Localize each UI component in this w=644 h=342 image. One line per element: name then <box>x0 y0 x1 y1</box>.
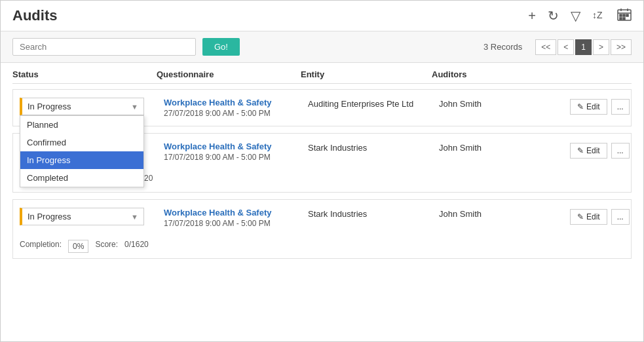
col-actions <box>563 69 632 79</box>
completion-label: Completion: <box>20 240 62 253</box>
col-status: Status <box>12 69 157 79</box>
row-actions: ✎ Edit ... <box>570 208 630 225</box>
svg-rect-8 <box>620 18 622 20</box>
more-button[interactable]: ... <box>611 209 630 225</box>
svg-rect-6 <box>623 14 625 16</box>
col-entity: Entity <box>301 69 432 79</box>
page-title: Audits <box>12 7 57 24</box>
auditor-name: John Smith <box>439 98 570 109</box>
score-label: Score: <box>95 240 118 253</box>
row-main: In Progress ▼ Workplace Health & Safety … <box>13 200 631 236</box>
next-page-button[interactable]: > <box>593 39 609 55</box>
questionnaire-cell: Workplace Health & Safety 17/07/2018 9:0… <box>164 142 308 162</box>
toolbar: Go! 3 Records << < 1 > >> <box>1 31 643 63</box>
current-page-button[interactable]: 1 <box>575 39 592 55</box>
entity-name: Auditing Enterprises Pte Ltd <box>308 98 439 109</box>
completion-bar: Completion: 0% Score: 0/1620 <box>13 236 631 258</box>
questionnaire-date: 17/07/2018 9:00 AM - 5:00 PM <box>164 219 308 228</box>
dropdown-item-planned[interactable]: Planned <box>20 116 143 134</box>
table-area: Status Questionnaire Entity Auditors In … <box>1 63 643 277</box>
search-input[interactable] <box>12 38 196 56</box>
completion-pct: 0% <box>68 240 88 253</box>
score-value: 0/1620 <box>124 240 149 253</box>
pagination: << < 1 > >> <box>535 39 632 55</box>
more-button[interactable]: ... <box>611 99 630 115</box>
edit-label: Edit <box>586 102 600 111</box>
sort-icon[interactable]: ↕Z <box>592 8 605 24</box>
svg-rect-7 <box>626 14 628 16</box>
status-select[interactable]: In Progress ▼ <box>20 98 144 115</box>
status-value: In Progress <box>28 102 71 111</box>
prev-page-button[interactable]: < <box>558 39 574 55</box>
row-actions: ✎ Edit ... <box>570 98 630 115</box>
status-select[interactable]: In Progress ▼ <box>20 208 144 225</box>
entity-name: Stark Industries <box>308 208 439 219</box>
col-auditors: Auditors <box>432 69 563 79</box>
edit-button[interactable]: ✎ Edit <box>570 143 607 159</box>
edit-button[interactable]: ✎ Edit <box>570 99 607 115</box>
table-header: Status Questionnaire Entity Auditors <box>12 63 632 84</box>
status-value: In Progress <box>28 212 71 221</box>
auditor-name: John Smith <box>439 142 570 153</box>
go-button[interactable]: Go! <box>202 38 240 56</box>
entity-name: Stark Industries <box>308 142 439 153</box>
questionnaire-name[interactable]: Workplace Health & Safety <box>164 208 308 218</box>
filter-icon[interactable]: ▽ <box>571 8 580 24</box>
svg-rect-9 <box>623 18 625 20</box>
col-questionnaire: Questionnaire <box>157 69 301 79</box>
questionnaire-cell: Workplace Health & Safety 17/07/2018 9:0… <box>164 208 308 228</box>
dropdown-item-completed[interactable]: Completed <box>20 169 143 187</box>
questionnaire-name[interactable]: Workplace Health & Safety <box>164 98 308 107</box>
table-row: In Progress ▼ Workplace Health & Safety … <box>12 199 632 259</box>
questionnaire-name[interactable]: Workplace Health & Safety <box>164 142 308 151</box>
dropdown-item-confirmed[interactable]: Confirmed <box>20 134 143 151</box>
app-wrapper: Audits + ↻ ▽ ↕Z <box>0 0 644 342</box>
calendar-icon[interactable] <box>617 8 632 24</box>
dropdown-item-inprogress[interactable]: In Progress <box>20 151 143 169</box>
edit-button[interactable]: ✎ Edit <box>570 209 607 225</box>
edit-label: Edit <box>586 146 600 155</box>
pencil-icon: ✎ <box>577 102 584 111</box>
row-main: In Progress ▼ Planned Confirmed In Progr… <box>13 90 631 126</box>
dropdown-arrow-icon: ▼ <box>131 103 138 111</box>
refresh-icon[interactable]: ↻ <box>548 8 559 24</box>
first-page-button[interactable]: << <box>535 39 556 55</box>
more-button[interactable]: ... <box>611 143 630 159</box>
pencil-icon: ✎ <box>577 146 584 155</box>
questionnaire-date: 17/07/2018 9:00 AM - 5:00 PM <box>164 153 308 162</box>
header: Audits + ↻ ▽ ↕Z <box>1 1 643 31</box>
records-count: 3 Records <box>483 42 522 52</box>
edit-label: Edit <box>586 212 600 221</box>
status-dropdown: In Progress ▼ Planned Confirmed In Progr… <box>20 98 164 115</box>
questionnaire-cell: Workplace Health & Safety 27/07/2018 9:0… <box>164 98 308 118</box>
last-page-button[interactable]: >> <box>611 39 632 55</box>
questionnaire-date: 27/07/2018 9:00 AM - 5:00 PM <box>164 109 308 118</box>
svg-rect-5 <box>620 14 622 16</box>
auditor-name: John Smith <box>439 208 570 219</box>
dropdown-arrow-icon: ▼ <box>131 213 138 221</box>
svg-text:↕Z: ↕Z <box>592 10 603 20</box>
pencil-icon: ✎ <box>577 212 584 221</box>
row-actions: ✎ Edit ... <box>570 142 630 159</box>
add-icon[interactable]: + <box>528 9 536 24</box>
status-dropdown-menu: Planned Confirmed In Progress Completed <box>20 115 144 187</box>
status-dropdown: In Progress ▼ <box>20 208 164 225</box>
header-actions: + ↻ ▽ ↕Z <box>528 8 632 24</box>
table-row: In Progress ▼ Planned Confirmed In Progr… <box>12 89 632 126</box>
